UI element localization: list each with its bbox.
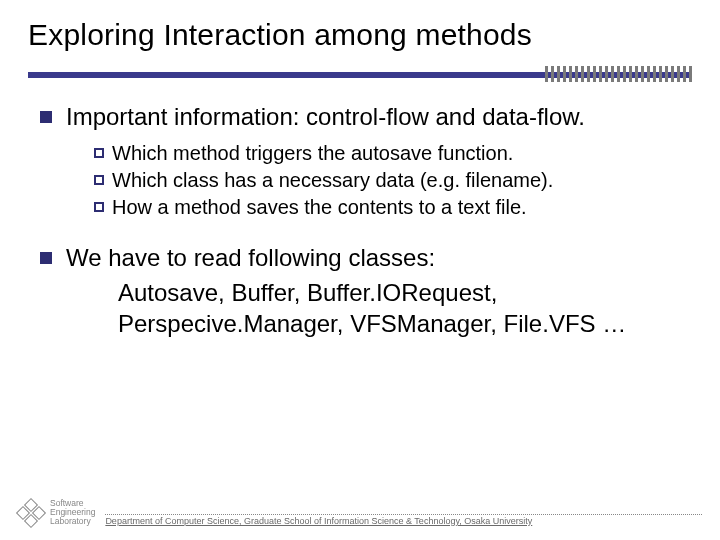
class-list: Autosave, Buffer, Buffer.IORequest, Pers… <box>40 277 692 339</box>
diamond-icon <box>18 500 44 526</box>
square-outline-icon <box>94 148 104 158</box>
logo-text: Software Engineering Laboratory <box>50 499 95 526</box>
bullet-2-text: We have to read following classes: <box>66 243 692 273</box>
slide-title: Exploring Interaction among methods <box>28 18 692 52</box>
title-rule <box>28 66 692 82</box>
sub-bullet-text: How a method saves the contents to a tex… <box>112 194 527 221</box>
bullet-2: We have to read following classes: <box>40 243 692 273</box>
sub-bullet-text: Which class has a necessary data (e.g. f… <box>112 167 553 194</box>
sub-bullet: Which class has a necessary data (e.g. f… <box>94 167 692 194</box>
logo-line: Laboratory <box>50 517 95 526</box>
square-outline-icon <box>94 175 104 185</box>
content: Important information: control-flow and … <box>28 102 692 339</box>
sub-bullet-text: Which method triggers the autosave funct… <box>112 140 513 167</box>
square-outline-icon <box>94 202 104 212</box>
department-text: Department of Computer Science, Graduate… <box>105 516 702 526</box>
lab-logo: Software Engineering Laboratory <box>18 499 95 526</box>
bullet-1-text: Important information: control-flow and … <box>66 102 692 132</box>
square-bullet-icon <box>40 252 52 264</box>
slide: Exploring Interaction among methods Impo… <box>0 0 720 540</box>
square-bullet-icon <box>40 111 52 123</box>
footer: Software Engineering Laboratory Departme… <box>0 499 720 526</box>
sub-bullet: How a method saves the contents to a tex… <box>94 194 692 221</box>
class-list-line: Perspecive.Manager, VFSManager, File.VFS… <box>118 308 692 339</box>
bullet-1-sub: Which method triggers the autosave funct… <box>40 140 692 221</box>
department-wrap: Department of Computer Science, Graduate… <box>105 506 702 526</box>
sub-bullet: Which method triggers the autosave funct… <box>94 140 692 167</box>
bullet-1: Important information: control-flow and … <box>40 102 692 132</box>
class-list-line: Autosave, Buffer, Buffer.IORequest, <box>118 277 692 308</box>
